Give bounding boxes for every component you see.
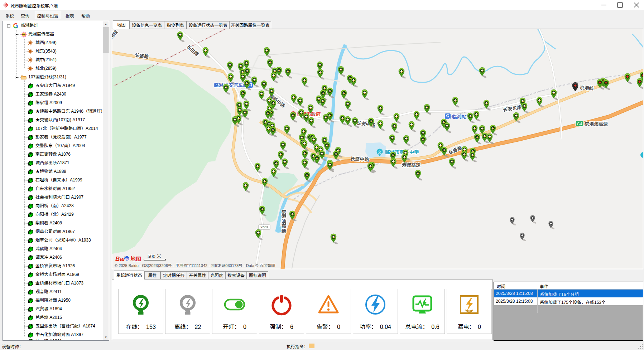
svg-text:© 2025 Baidu - GS(2023)3206号 -: © 2025 Baidu - GS(2023)3206号 - 甲测资字11111… xyxy=(115,263,275,268)
svg-text:500 米: 500 米 xyxy=(148,254,161,259)
svg-text:京港澳高速: 京港澳高速 xyxy=(585,121,608,127)
svg-text:临湘站: 临湘站 xyxy=(452,114,467,120)
svg-text:临湘长安汽车站: 临湘长安汽车站 xyxy=(214,83,248,88)
svg-text:G4: G4 xyxy=(577,122,582,126)
svg-text:港澳高速: 港澳高速 xyxy=(402,162,420,168)
svg-text:X089: X089 xyxy=(260,225,268,229)
svg-text:京港澳高速: 京港澳高速 xyxy=(281,209,287,233)
svg-text:地图: 地图 xyxy=(130,256,141,262)
svg-text:长盛中路: 长盛中路 xyxy=(350,156,369,162)
svg-text:文: 文 xyxy=(378,150,382,154)
svg-text:Bai: Bai xyxy=(115,256,125,262)
svg-text:du: du xyxy=(125,257,129,261)
svg-text:京港线: 京港线 xyxy=(580,85,594,91)
